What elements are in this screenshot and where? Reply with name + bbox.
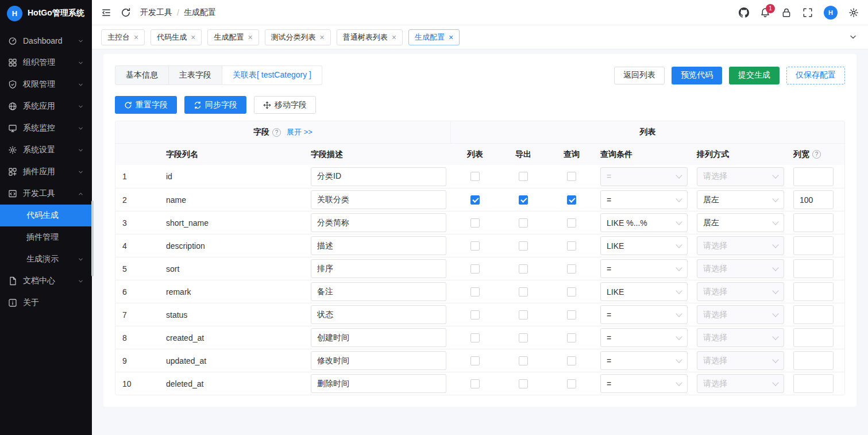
query-checkbox[interactable] <box>567 287 576 297</box>
breadcrumb-section[interactable]: 开发工具 <box>140 7 172 18</box>
sync-fields-button[interactable]: 同步字段 <box>184 96 246 114</box>
tab-main-fields[interactable]: 主表字段 <box>169 66 222 85</box>
tabbar-tab[interactable]: 生成配置 × <box>408 29 460 45</box>
lock-icon[interactable] <box>781 7 792 18</box>
align-select[interactable]: 请选择 <box>697 351 784 370</box>
sidebar-item-plugin[interactable]: 插件应用 <box>0 161 92 183</box>
github-icon[interactable] <box>739 7 749 18</box>
avatar[interactable]: H <box>824 6 838 20</box>
align-select[interactable]: 请选择 <box>697 167 784 186</box>
align-select[interactable]: 请选择 <box>697 374 784 393</box>
bell-icon[interactable]: 1 <box>760 7 770 18</box>
list-checkbox[interactable] <box>470 218 480 228</box>
column-width-input[interactable] <box>793 328 834 347</box>
sidebar-scrollbar[interactable] <box>91 201 94 276</box>
list-checkbox[interactable] <box>470 287 480 297</box>
tab-basic-info[interactable]: 基本信息 <box>115 66 169 85</box>
list-checkbox[interactable] <box>470 310 480 319</box>
submit-generate-button[interactable]: 提交生成 <box>729 67 780 84</box>
preview-code-button[interactable]: 预览代码 <box>672 67 722 84</box>
align-select[interactable]: 请选择 <box>697 236 784 255</box>
sidebar-item-settings[interactable]: 系统设置 <box>0 139 92 161</box>
sidebar-item-monitor[interactable]: 系统监控 <box>0 117 92 139</box>
query-condition-select[interactable]: = <box>600 351 688 370</box>
expand-link[interactable]: 展开 >> <box>287 127 313 137</box>
column-width-input[interactable] <box>793 236 834 255</box>
close-icon[interactable]: × <box>134 33 138 41</box>
close-icon[interactable]: × <box>248 33 252 41</box>
back-to-list-button[interactable]: 返回列表 <box>614 67 665 84</box>
reset-fields-button[interactable]: 重置字段 <box>115 96 177 114</box>
column-width-input[interactable] <box>793 282 834 301</box>
column-width-input[interactable] <box>793 167 834 186</box>
query-checkbox[interactable] <box>567 264 576 274</box>
refresh-icon[interactable] <box>121 7 131 18</box>
query-checkbox[interactable] <box>567 333 576 342</box>
align-select[interactable]: 请选择 <box>697 282 784 301</box>
column-width-input[interactable] <box>793 213 834 232</box>
query-condition-select[interactable]: = <box>600 259 688 278</box>
field-desc-input[interactable] <box>311 167 446 186</box>
export-checkbox[interactable] <box>519 333 528 342</box>
align-select[interactable]: 请选择 <box>697 259 784 278</box>
query-checkbox[interactable] <box>567 218 576 228</box>
export-checkbox[interactable] <box>519 287 528 297</box>
collapse-menu-icon[interactable] <box>101 7 111 18</box>
sidebar-item-devtools[interactable]: 开发工具 <box>0 183 92 205</box>
query-checkbox[interactable] <box>567 195 576 205</box>
sidebar-item-about[interactable]: 关于 <box>0 292 92 314</box>
tabbar-tab[interactable]: 测试分类列表 × <box>265 29 331 45</box>
sidebar-item-generation-demo[interactable]: 生成演示 <box>0 248 92 270</box>
query-checkbox[interactable] <box>567 379 576 388</box>
tab-related-table[interactable]: 关联表[ testCategory ] <box>222 66 322 85</box>
list-checkbox[interactable] <box>470 264 480 274</box>
column-width-input[interactable] <box>793 374 834 393</box>
sidebar-item-system-app[interactable]: 系统应用 <box>0 95 92 117</box>
list-checkbox[interactable] <box>470 241 480 251</box>
field-desc-input[interactable] <box>311 236 446 255</box>
export-checkbox[interactable] <box>519 195 528 205</box>
gear-icon[interactable] <box>848 7 859 18</box>
column-width-input[interactable] <box>793 259 834 278</box>
help-icon[interactable]: ? <box>812 150 821 159</box>
query-condition-select[interactable]: = <box>600 190 688 209</box>
tabbar-tab[interactable]: 主控台 × <box>101 29 145 45</box>
export-checkbox[interactable] <box>519 264 528 274</box>
export-checkbox[interactable] <box>519 379 528 388</box>
sidebar-item-plugin-management[interactable]: 插件管理 <box>0 226 92 248</box>
tabbar-tab[interactable]: 生成配置 × <box>207 29 259 45</box>
query-condition-select[interactable]: = <box>600 167 688 186</box>
field-desc-input[interactable] <box>311 305 446 324</box>
field-desc-input[interactable] <box>311 282 446 301</box>
sidebar-item-docs[interactable]: 文档中心 <box>0 270 92 292</box>
field-desc-input[interactable] <box>311 259 446 278</box>
tabbar-tab[interactable]: 代码生成 × <box>151 29 202 45</box>
field-desc-input[interactable] <box>311 213 446 232</box>
sidebar-item-permission[interactable]: 权限管理 <box>0 74 92 95</box>
sidebar-item-dashboard[interactable]: Dashboard <box>0 30 92 52</box>
field-desc-input[interactable] <box>311 328 446 347</box>
query-checkbox[interactable] <box>567 356 576 365</box>
query-checkbox[interactable] <box>567 241 576 251</box>
close-icon[interactable]: × <box>191 33 195 41</box>
field-desc-input[interactable] <box>311 351 446 370</box>
list-checkbox[interactable] <box>470 356 480 365</box>
save-config-button[interactable]: 仅保存配置 <box>786 67 845 84</box>
query-condition-select[interactable]: LIKE <box>600 236 688 255</box>
list-checkbox[interactable] <box>470 195 480 205</box>
query-condition-select[interactable]: = <box>600 328 688 347</box>
field-desc-input[interactable] <box>311 190 446 209</box>
export-checkbox[interactable] <box>519 356 528 365</box>
query-condition-select[interactable]: = <box>600 305 688 324</box>
sidebar-item-organization[interactable]: 组织管理 <box>0 52 92 74</box>
close-icon[interactable]: × <box>392 33 396 41</box>
query-checkbox[interactable] <box>567 172 576 181</box>
export-checkbox[interactable] <box>519 172 528 181</box>
field-desc-input[interactable] <box>311 374 446 393</box>
query-condition-select[interactable]: LIKE <box>600 282 688 301</box>
align-select[interactable]: 居左 <box>697 213 784 232</box>
list-checkbox[interactable] <box>470 379 480 388</box>
close-icon[interactable]: × <box>449 33 453 41</box>
query-condition-select[interactable]: = <box>600 374 688 393</box>
export-checkbox[interactable] <box>519 310 528 319</box>
